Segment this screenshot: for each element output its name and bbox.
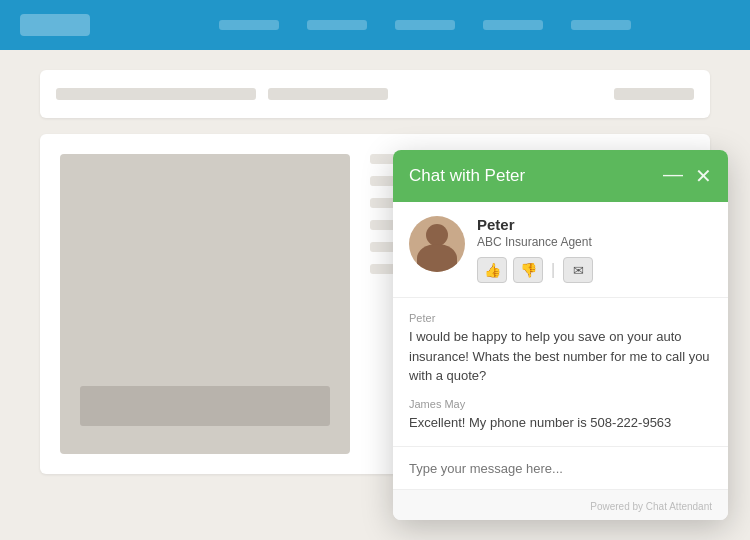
- top-nav: [0, 0, 750, 50]
- nav-item-2[interactable]: [307, 20, 367, 30]
- agent-name: Peter: [477, 216, 712, 233]
- thumbs-up-button[interactable]: 👍: [477, 257, 507, 283]
- agent-actions: 👍 👎 | ✉: [477, 257, 712, 283]
- chat-widget: Chat with Peter — ✕ Peter ABC Insurance …: [393, 150, 728, 520]
- message-text-2: Excellent! My phone number is 508-222-95…: [409, 413, 712, 433]
- agent-avatar: [409, 216, 465, 272]
- thumbs-down-button[interactable]: 👎: [513, 257, 543, 283]
- action-divider: |: [551, 261, 555, 279]
- main-image: [60, 154, 350, 454]
- nav-item-5[interactable]: [571, 20, 631, 30]
- agent-profile: Peter ABC Insurance Agent 👍 👎 | ✉: [393, 202, 728, 298]
- chat-header-actions: — ✕: [663, 164, 712, 188]
- search-bar-field-short: [614, 88, 694, 100]
- message-sender-2: James May: [409, 398, 712, 410]
- chat-input[interactable]: [409, 461, 712, 476]
- chat-header: Chat with Peter — ✕: [393, 150, 728, 202]
- search-bar-field-med: [268, 88, 388, 100]
- chat-messages: Peter I would be happy to help you save …: [393, 298, 728, 446]
- nav-logo: [20, 14, 90, 36]
- search-bar-field-long: [56, 88, 256, 100]
- message-text-1: I would be happy to help you save on you…: [409, 327, 712, 386]
- nav-item-1[interactable]: [219, 20, 279, 30]
- email-button[interactable]: ✉: [563, 257, 593, 283]
- search-bar: [40, 70, 710, 118]
- image-bar-2: [80, 386, 330, 426]
- powered-by-text: Powered by Chat Attendant: [590, 501, 712, 512]
- agent-info: Peter ABC Insurance Agent 👍 👎 | ✉: [477, 216, 712, 283]
- chat-close-button[interactable]: ✕: [695, 164, 712, 188]
- chat-footer: Powered by Chat Attendant: [393, 489, 728, 520]
- message-sender-1: Peter: [409, 312, 712, 324]
- agent-company: ABC Insurance Agent: [477, 235, 712, 249]
- nav-item-3[interactable]: [395, 20, 455, 30]
- chat-minimize-button[interactable]: —: [663, 164, 683, 188]
- nav-items: [120, 20, 730, 30]
- nav-item-4[interactable]: [483, 20, 543, 30]
- chat-title: Chat with Peter: [409, 166, 525, 186]
- chat-input-area[interactable]: [393, 446, 728, 489]
